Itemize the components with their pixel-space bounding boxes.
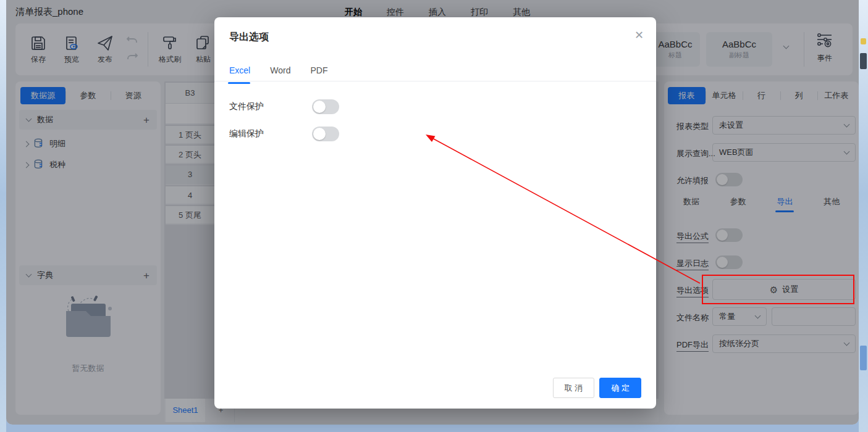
edit-protect-toggle[interactable] (312, 127, 339, 141)
edit-protect-row: 编辑保护 (229, 127, 339, 141)
cancel-button[interactable]: 取 消 (553, 378, 595, 398)
export-options-dialog: 导出选项 ✕ Excel Word PDF 文件保护 编辑保护 取 消 确 定 (214, 17, 656, 409)
desktop-icon (861, 38, 866, 44)
edit-protect-label: 编辑保护 (229, 128, 268, 139)
tab-divider (214, 81, 656, 81)
dialog-title: 导出选项 (229, 31, 269, 44)
desktop-fragment (860, 346, 867, 370)
close-icon[interactable]: ✕ (634, 30, 644, 41)
file-protect-toggle[interactable] (312, 99, 339, 114)
desktop-window-fragment (860, 53, 867, 69)
screen: 清单报表_phone 开始 控件 插入 打印 其他 (0, 0, 868, 432)
ok-button[interactable]: 确 定 (599, 378, 641, 398)
file-protect-label: 文件保护 (229, 101, 268, 112)
desktop-edge-left (0, 0, 6, 432)
desktop-edge-right (859, 0, 868, 432)
dialog-footer: 取 消 确 定 (553, 378, 641, 398)
file-protect-row: 文件保护 (229, 99, 339, 114)
